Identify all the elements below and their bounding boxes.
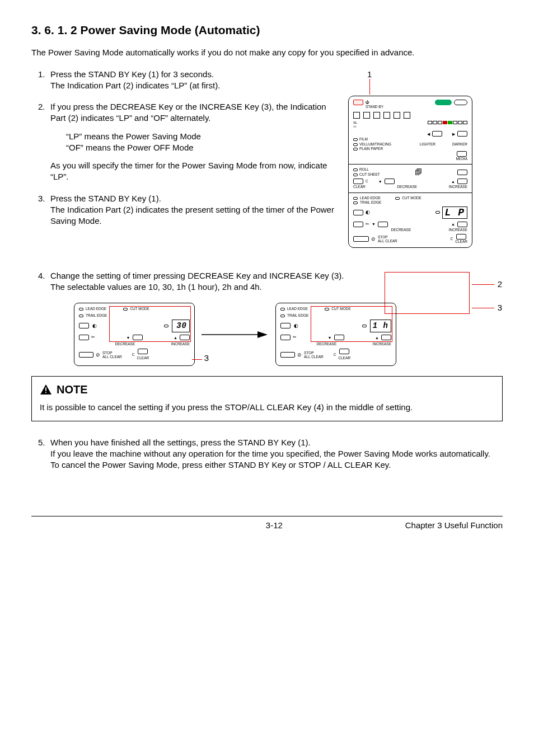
step-4-line1: Change the setting of timer pressing DEC… <box>50 270 503 281</box>
plain-label: PLAIN PAPER <box>359 147 383 151</box>
callout-1-line <box>369 79 370 95</box>
allclear-label: ALL CLEAR <box>378 239 397 243</box>
mini-panel-after: LEAD EDGE CUT MODE TRAIL EDGE ◐ 1 h ✂ DE… <box>275 303 396 365</box>
step-2: 2. If you press the DECREASE Key or the … <box>38 101 337 183</box>
step-5-number: 5. <box>38 437 45 448</box>
vellum-label: VELLUM/TRACING <box>359 143 391 147</box>
mini1-allclear-label: ALL CLEAR <box>102 355 122 359</box>
mini2-up-icon <box>375 335 379 340</box>
clear-key-2[interactable] <box>456 234 466 240</box>
step-3-line1: Press the STAND BY Key (1). <box>50 193 337 204</box>
cutsheet-label: CUT SHEET <box>359 173 380 177</box>
mini1-stop-icon: ⊘ <box>96 351 100 358</box>
mini2-decrease-key[interactable] <box>334 335 344 340</box>
down-arrow-icon <box>378 180 382 184</box>
clear-key-c[interactable] <box>353 179 363 184</box>
lighter-key[interactable] <box>432 131 442 137</box>
mini2-stop-icon: ⊘ <box>297 351 302 358</box>
mini2-stop-label: STOP <box>304 351 324 355</box>
mode-icon-3 <box>373 112 380 119</box>
mini1-cutmode: CUT MODE <box>130 307 149 312</box>
stop-allclear-key[interactable] <box>353 236 369 242</box>
media-key[interactable] <box>457 151 467 157</box>
step-3: 3. Press the STAND BY Key (1). The Indic… <box>38 193 337 227</box>
step-3-line2: The Indication Part (2) indicates the pr… <box>50 204 337 227</box>
step-2-sub2: “OF” means the Power OFF Mode <box>66 142 337 153</box>
lighter-label: LIGHTER <box>420 142 435 146</box>
mode-icon-5 <box>394 112 400 119</box>
svg-rect-4 <box>45 392 46 393</box>
cutmode-key[interactable] <box>353 222 363 227</box>
svg-rect-3 <box>45 388 46 391</box>
decrease-label-1: DECREASE <box>397 185 417 189</box>
mini1-edge-key[interactable] <box>79 323 89 328</box>
mini1-clear-key[interactable] <box>138 349 148 354</box>
c-label-2: C <box>451 237 453 241</box>
step-2-line1: If you press the DECREASE Key or the INC… <box>50 101 337 124</box>
mini2-edge-key[interactable] <box>280 323 291 328</box>
darker-label: DARKER <box>452 142 467 146</box>
step-1-number: 1. <box>38 69 45 80</box>
control-panel: ⏻ STAND BY SL▭ <box>348 96 472 248</box>
mini2-edge-icon: ◐ <box>294 322 298 329</box>
mini1-decrease-key[interactable] <box>133 335 143 340</box>
mini2-decrease-label: DECREASE <box>317 342 337 347</box>
step-5-line3: To cancel the Power Saving Mode, press e… <box>50 459 503 471</box>
step-1-line1: Press the STAND BY Key (1) for 3 seconds… <box>50 69 337 80</box>
up-arrow-icon-2 <box>451 222 455 226</box>
step-5-line2: If you leave the machine without any ope… <box>50 448 503 459</box>
warning-icon <box>40 384 52 395</box>
footer-page: 3-12 <box>31 520 405 531</box>
mini1-stop-key[interactable] <box>79 352 93 358</box>
lp-decrease-key[interactable] <box>378 222 388 227</box>
note-body: It is possible to cancel the setting if … <box>40 402 494 413</box>
paper-key[interactable] <box>457 170 467 175</box>
mini1-cut-key[interactable] <box>79 335 89 340</box>
mini2-cut-key[interactable] <box>280 335 291 340</box>
lp-increase-key[interactable] <box>457 222 467 227</box>
mini2-increase-key[interactable] <box>381 335 391 340</box>
mini1-clear-label: CLEAR <box>137 356 149 361</box>
paper-increase-key[interactable] <box>457 179 467 184</box>
mini2-clear-label: CLEAR <box>339 356 351 361</box>
mini1-increase-key[interactable] <box>180 335 190 340</box>
paper-icon: 🗐 <box>415 168 422 176</box>
roll-label: ROLL <box>359 168 369 172</box>
callout-3: 3 <box>498 303 502 312</box>
darker-key[interactable] <box>457 131 467 137</box>
mini2-clear-key[interactable] <box>339 349 349 354</box>
stop-label: STOP <box>378 235 397 239</box>
lighter-arrow-icon <box>427 132 430 136</box>
edge-icon: ◐ <box>366 210 370 215</box>
power-icon: ⏻ <box>366 100 369 104</box>
mini2-leadedge: LEAD EDGE <box>287 307 308 312</box>
mini1-down-icon <box>127 335 130 340</box>
mode-icon-6 <box>404 112 410 119</box>
step-4-number: 4. <box>38 270 45 281</box>
mini1-up-icon <box>174 335 177 340</box>
cutmode-icon: ✂ <box>366 222 369 227</box>
mini2-cut-icon: ✂ <box>293 335 297 341</box>
increase-label-2: INCREASE <box>449 228 467 232</box>
mini1-callout-3: 3 <box>204 353 209 364</box>
start-button[interactable] <box>435 100 452 105</box>
oval-button[interactable] <box>454 100 467 105</box>
edge-key[interactable] <box>353 210 363 215</box>
leadedge-label: LEAD EDGE <box>360 196 381 200</box>
media-label: MEDIA <box>456 157 467 161</box>
step-1-line2: The Indication Part (2) indicates “LP” (… <box>50 80 337 91</box>
mini2-stop-key[interactable] <box>280 352 295 358</box>
paper-decrease-key[interactable] <box>385 179 395 184</box>
step-5: 5. When you have finished all the settin… <box>38 437 503 471</box>
standby-label: STAND BY <box>366 105 467 109</box>
mini1-increase-label: INCREASE <box>171 342 190 347</box>
mini1-decrease-label: DECREASE <box>115 342 135 347</box>
note-title: NOTE <box>57 382 88 397</box>
mini1-stop-label: STOP <box>102 351 122 355</box>
mini1-c-label: C <box>132 353 135 358</box>
up-arrow-icon <box>451 180 455 184</box>
mini1-trailedge: TRAIL EDGE <box>86 313 107 318</box>
standby-key[interactable] <box>353 100 363 105</box>
mini-panel-before: LEAD EDGE CUT MODE TRAIL EDGE ◐ 30 ✂ DEC… <box>74 303 195 365</box>
mini1-edge-icon: ◐ <box>92 322 97 329</box>
